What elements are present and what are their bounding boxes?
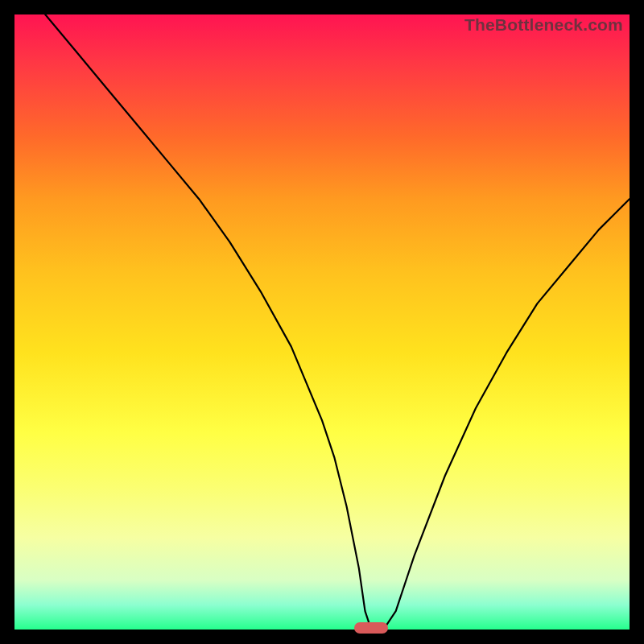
curve-svg (14, 14, 630, 630)
plot-area: TheBottleneck.com (14, 14, 630, 630)
bottleneck-curve (45, 14, 630, 630)
chart-frame: TheBottleneck.com (0, 0, 644, 644)
optimum-marker (354, 622, 388, 634)
